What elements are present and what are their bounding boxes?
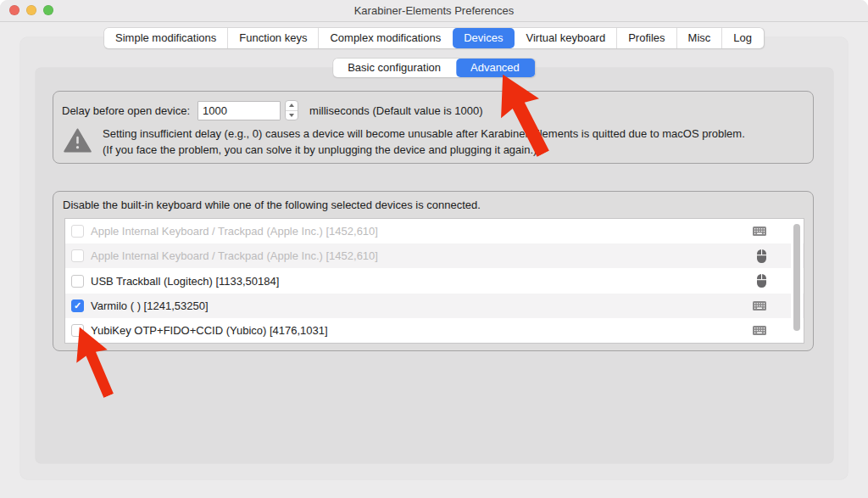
warning-line-2: (If you face the problem, you can solve … — [103, 143, 537, 156]
device-label: Apple Internal Keyboard / Trackpad (Appl… — [91, 249, 378, 262]
device-checkbox[interactable] — [71, 225, 84, 238]
device-list-heading: Disable the built-in keyboard while one … — [63, 199, 481, 211]
tab-function-keys[interactable]: Function keys — [228, 28, 319, 48]
keyboard-icon — [753, 227, 766, 236]
titlebar: Karabiner-Elements Preferences — [0, 0, 868, 22]
preferences-window: Karabiner-Elements Preferences Simple mo… — [0, 0, 868, 498]
device-label: Varmilo ( ) [1241,53250] — [91, 299, 209, 312]
keyboard-icon — [753, 301, 766, 311]
sub-tab-bar: Basic configurationAdvanced — [333, 59, 535, 77]
warning-text: Setting insufficient delay (e.g., 0) cau… — [103, 126, 745, 158]
tab-misc[interactable]: Misc — [677, 28, 723, 48]
scrollbar-track[interactable] — [791, 220, 803, 344]
device-label: YubiKey OTP+FIDO+CCID (Yubico) [4176,103… — [91, 324, 328, 337]
scrollbar-thumb[interactable] — [793, 224, 800, 331]
device-label: Apple Internal Keyboard / Trackpad (Appl… — [91, 225, 378, 238]
warning-row: Setting insufficient delay (e.g., 0) cau… — [62, 126, 745, 158]
tab-devices[interactable]: Devices — [453, 28, 515, 48]
device-row[interactable]: ✓Varmilo ( ) [1241,53250] — [65, 294, 804, 318]
device-row[interactable]: Apple Internal Keyboard / Trackpad (Appl… — [65, 219, 804, 243]
device-checkbox[interactable] — [71, 275, 84, 288]
main-tab-bar: Simple modificationsFunction keysComplex… — [104, 28, 764, 48]
close-button[interactable] — [9, 5, 19, 15]
warning-icon — [64, 128, 92, 156]
device-list[interactable]: Apple Internal Keyboard / Trackpad (Appl… — [64, 218, 804, 344]
chevron-down-icon — [289, 114, 294, 117]
traffic-lights — [9, 5, 53, 15]
device-row[interactable]: YubiKey OTP+FIDO+CCID (Yubico) [4176,103… — [65, 318, 804, 343]
device-label: USB Trackball (Logitech) [1133,50184] — [91, 275, 279, 288]
delay-group-box: Delay before open device: milliseconds (… — [53, 91, 814, 164]
tab-simple-modifications[interactable]: Simple modifications — [104, 28, 228, 48]
delay-label: Delay before open device: — [62, 104, 190, 117]
tab-log[interactable]: Log — [722, 28, 764, 48]
device-checkbox[interactable] — [71, 324, 84, 337]
delay-suffix-label: milliseconds (Default value is 1000) — [309, 104, 482, 117]
mouse-icon — [757, 249, 766, 263]
device-row[interactable]: Apple Internal Keyboard / Trackpad (Appl… — [65, 243, 804, 268]
delay-input[interactable] — [198, 101, 281, 120]
warning-line-1: Setting insufficient delay (e.g., 0) cau… — [103, 127, 745, 140]
chevron-up-icon — [289, 104, 294, 107]
keyboard-icon — [753, 326, 766, 335]
tab-profiles[interactable]: Profiles — [617, 28, 676, 48]
tab-virtual-keyboard[interactable]: Virtual keyboard — [515, 28, 617, 48]
device-checkbox[interactable]: ✓ — [71, 299, 84, 312]
window-title: Karabiner-Elements Preferences — [0, 0, 868, 21]
checkmark-icon: ✓ — [72, 299, 83, 311]
zoom-button[interactable] — [43, 5, 53, 15]
stepper — [285, 100, 298, 120]
device-row[interactable]: USB Trackball (Logitech) [1133,50184] — [65, 268, 804, 293]
delay-row: Delay before open device: milliseconds (… — [62, 98, 483, 122]
stepper-up-button[interactable] — [286, 101, 298, 111]
mouse-icon — [757, 274, 766, 288]
subtab-advanced[interactable]: Advanced — [456, 59, 535, 77]
subtab-basic-configuration[interactable]: Basic configuration — [333, 59, 456, 77]
devices-group-box: Disable the built-in keyboard while one … — [53, 191, 814, 351]
tab-complex-modifications[interactable]: Complex modifications — [319, 28, 453, 48]
stepper-down-button[interactable] — [286, 111, 298, 120]
minimize-button[interactable] — [26, 5, 36, 15]
device-checkbox[interactable] — [71, 249, 84, 262]
